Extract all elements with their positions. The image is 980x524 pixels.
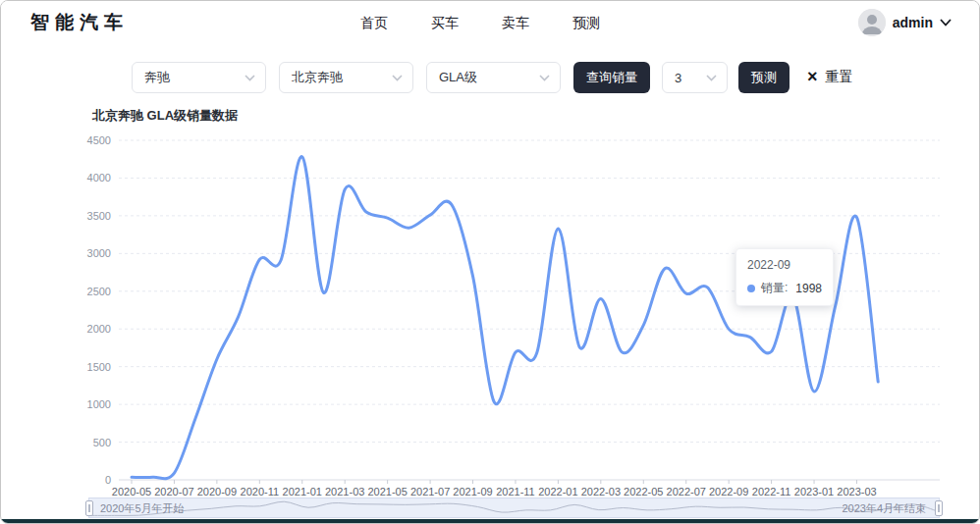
svg-text:1500: 1500 [87, 361, 111, 373]
svg-text:4500: 4500 [87, 134, 111, 146]
svg-text:2022-09: 2022-09 [709, 486, 748, 498]
svg-text:3000: 3000 [87, 247, 111, 259]
svg-text:500: 500 [93, 437, 111, 448]
svg-text:2500: 2500 [87, 286, 111, 297]
svg-text:2021-09: 2021-09 [453, 486, 492, 498]
series-marker-icon [747, 285, 755, 292]
svg-text:2022-11: 2022-11 [752, 486, 791, 498]
svg-text:2020-11: 2020-11 [241, 486, 280, 498]
tooltip-series-label: 销量: [761, 280, 788, 296]
svg-text:2021-05: 2021-05 [367, 486, 407, 498]
svg-text:2023-01: 2023-01 [794, 486, 834, 498]
datazoom-end-label: 2023年4月年结束 [842, 501, 926, 516]
svg-text:2022-05: 2022-05 [624, 486, 663, 498]
svg-text:2023-03: 2023-03 [837, 486, 876, 498]
datazoom-start-label: 2020年5月年开始 [100, 501, 185, 516]
svg-text:2021-07: 2021-07 [410, 486, 450, 498]
window-bottom-edge [1, 519, 979, 523]
chart-tooltip: 2022-09 销量: 1998 [735, 248, 834, 306]
datazoom-slider[interactable]: 2020年5月年开始 2023年4月年结束 [88, 498, 940, 518]
svg-text:2022-07: 2022-07 [667, 486, 706, 498]
svg-text:2022-03: 2022-03 [581, 486, 621, 498]
svg-text:2000: 2000 [87, 323, 111, 335]
tooltip-value: 1998 [795, 282, 822, 295]
app-window: 智能汽车 首页 买车 卖车 预测 admin 奔驰 [0, 0, 980, 524]
tooltip-date: 2022-09 [747, 258, 822, 272]
svg-text:2022-01: 2022-01 [538, 486, 577, 498]
datazoom-handle-left[interactable] [85, 500, 93, 516]
svg-text:2020-05: 2020-05 [112, 486, 151, 498]
svg-text:2021-01: 2021-01 [283, 486, 322, 498]
svg-text:3500: 3500 [87, 210, 111, 222]
svg-text:1000: 1000 [87, 398, 111, 410]
svg-text:2020-09: 2020-09 [197, 486, 237, 498]
datazoom-handle-right[interactable] [935, 500, 943, 516]
svg-text:2021-11: 2021-11 [496, 486, 535, 498]
svg-text:0: 0 [105, 474, 111, 486]
svg-text:2021-03: 2021-03 [325, 486, 364, 498]
svg-text:2020-07: 2020-07 [154, 486, 193, 498]
svg-text:4000: 4000 [87, 172, 111, 183]
datazoom-shadow-line [89, 498, 939, 517]
